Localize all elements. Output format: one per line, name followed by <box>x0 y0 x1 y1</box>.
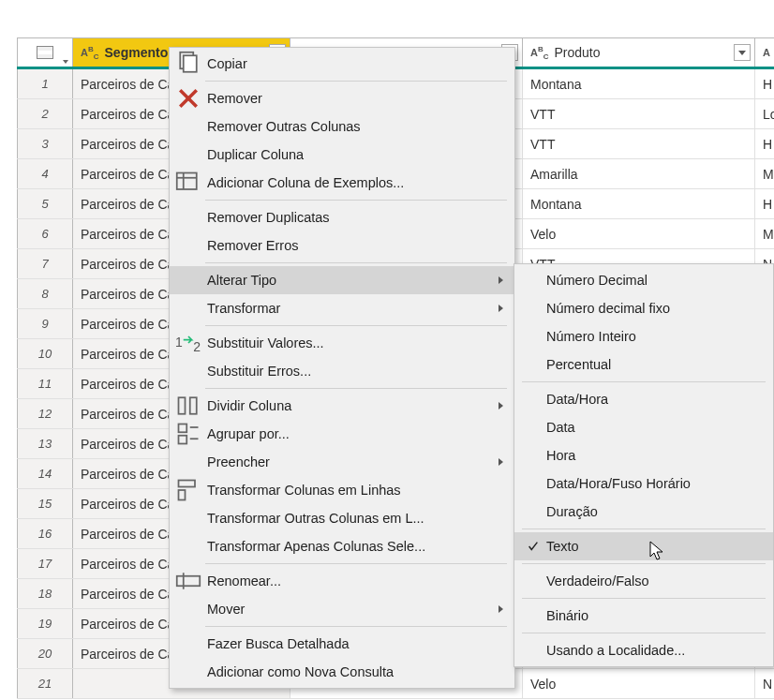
menu-split-column[interactable]: Dividir Coluna <box>170 392 514 420</box>
type-fixed-decimal[interactable]: Número decimal fixo <box>514 294 773 322</box>
row-number[interactable]: 16 <box>17 519 73 548</box>
replace-icon: 12 <box>175 330 201 356</box>
type-integer[interactable]: Número Inteiro <box>514 322 773 350</box>
type-datetime-tz[interactable]: Data/Hora/Fuso Horário <box>514 469 773 498</box>
row-number[interactable]: 6 <box>17 219 73 248</box>
cell-extra[interactable]: Lo <box>755 99 774 128</box>
submenu-arrow-icon <box>499 458 503 466</box>
menu-move[interactable]: Mover <box>170 595 514 623</box>
row-number[interactable]: 20 <box>17 639 73 668</box>
row-number[interactable]: 15 <box>17 489 73 518</box>
chevron-down-icon <box>63 60 68 64</box>
cell-produto[interactable]: VTT <box>523 99 755 128</box>
svg-rect-9 <box>179 397 186 414</box>
context-menu: Copiar Remover Remover Outras Colunas Du… <box>169 47 515 689</box>
menu-copy[interactable]: Copiar <box>170 50 514 78</box>
svg-rect-4 <box>177 173 197 190</box>
cell-extra[interactable]: N <box>755 669 774 698</box>
type-decimal[interactable]: Número Decimal <box>514 266 773 294</box>
row-number[interactable]: 10 <box>17 339 73 368</box>
cell-extra[interactable]: H <box>755 69 774 98</box>
menu-unpivot[interactable]: Transformar Colunas em Linhas <box>170 476 514 504</box>
menu-drill-down[interactable]: Fazer Busca Detalhada <box>170 630 514 658</box>
menu-replace-errors[interactable]: Substituir Erros... <box>170 357 514 385</box>
menu-group-by[interactable]: Agrupar por... <box>170 420 514 448</box>
svg-rect-16 <box>179 490 186 500</box>
type-binary[interactable]: Binário <box>514 602 773 630</box>
cell-extra[interactable]: M <box>755 219 774 248</box>
menu-remove-others[interactable]: Remover Outras Colunas <box>170 112 514 141</box>
group-icon <box>175 421 201 447</box>
row-number[interactable]: 2 <box>17 99 73 128</box>
row-number[interactable]: 18 <box>17 579 73 608</box>
cell-produto[interactable]: Montana <box>523 69 755 98</box>
row-number[interactable]: 14 <box>17 459 73 488</box>
cell-extra[interactable]: H <box>755 189 774 218</box>
svg-rect-12 <box>179 436 187 444</box>
column-label: Segmento <box>105 45 169 60</box>
menu-unpivot-selected[interactable]: Transformar Apenas Colunas Sele... <box>170 532 514 560</box>
svg-rect-10 <box>190 397 197 414</box>
row-number[interactable]: 11 <box>17 369 73 398</box>
cell-produto[interactable]: Velo <box>523 669 755 698</box>
type-text-icon: ABC <box>81 45 99 61</box>
svg-rect-17 <box>177 576 201 587</box>
submenu-arrow-icon <box>499 402 503 410</box>
delete-icon <box>175 85 201 112</box>
menu-duplicate[interactable]: Duplicar Coluna <box>170 141 514 169</box>
menu-add-as-query[interactable]: Adicionar como Nova Consulta <box>170 658 514 686</box>
menu-remove-duplicates[interactable]: Remover Duplicatas <box>170 203 514 231</box>
type-time[interactable]: Hora <box>514 441 773 469</box>
copy-icon <box>175 51 201 77</box>
menu-unpivot-others[interactable]: Transformar Outras Colunas em L... <box>170 504 514 532</box>
column-header-produto[interactable]: ABC Produto <box>523 38 755 67</box>
svg-rect-11 <box>179 424 187 433</box>
menu-add-from-examples[interactable]: Adicionar Coluna de Exemplos... <box>170 169 514 197</box>
submenu-arrow-icon <box>499 276 503 284</box>
type-using-locale[interactable]: Usando a Localidade... <box>514 636 773 664</box>
select-all-corner[interactable] <box>17 38 73 67</box>
cell-produto[interactable]: Montana <box>523 189 755 218</box>
svg-rect-15 <box>179 481 196 487</box>
column-label: Produto <box>555 45 601 60</box>
menu-rename[interactable]: Renomear... <box>170 567 514 595</box>
row-number[interactable]: 3 <box>17 129 73 158</box>
type-duration[interactable]: Duração <box>514 498 773 526</box>
row-number[interactable]: 9 <box>17 309 73 338</box>
cell-produto[interactable]: VTT <box>523 129 755 158</box>
type-text-icon: A <box>763 47 770 58</box>
menu-fill[interactable]: Preencher <box>170 448 514 476</box>
type-datetime[interactable]: Data/Hora <box>514 385 773 413</box>
svg-text:1: 1 <box>175 335 183 350</box>
type-percentage[interactable]: Percentual <box>514 350 773 379</box>
row-number[interactable]: 17 <box>17 549 73 578</box>
submenu-arrow-icon <box>499 305 503 312</box>
type-text[interactable]: Texto <box>514 532 773 560</box>
row-number[interactable]: 12 <box>17 399 73 428</box>
menu-change-type[interactable]: Alterar Tipo <box>170 266 514 294</box>
menu-remove[interactable]: Remover <box>170 84 514 112</box>
row-number[interactable]: 21 <box>17 669 73 698</box>
row-number[interactable]: 5 <box>17 189 73 218</box>
row-number[interactable]: 4 <box>17 159 73 188</box>
table-icon <box>37 46 53 59</box>
row-number[interactable]: 8 <box>17 279 73 308</box>
menu-remove-errors[interactable]: Remover Erros <box>170 231 514 260</box>
table-add-icon <box>175 170 201 196</box>
type-date[interactable]: Data <box>514 413 773 441</box>
split-icon <box>175 393 201 419</box>
filter-button[interactable] <box>734 44 751 61</box>
column-header-extra[interactable]: A <box>755 38 774 67</box>
menu-replace-values[interactable]: 12 Substituir Valores... <box>170 329 514 357</box>
cell-extra[interactable]: M <box>755 159 774 188</box>
type-boolean[interactable]: Verdadeiro/Falso <box>514 567 773 595</box>
type-text-icon: ABC <box>530 45 549 61</box>
menu-transform[interactable]: Transformar <box>170 294 514 322</box>
cell-extra[interactable]: H <box>755 129 774 158</box>
row-number[interactable]: 1 <box>17 69 73 98</box>
row-number[interactable]: 13 <box>17 429 73 458</box>
row-number[interactable]: 19 <box>17 609 73 638</box>
cell-produto[interactable]: Amarilla <box>523 159 755 188</box>
cell-produto[interactable]: Velo <box>523 219 755 248</box>
row-number[interactable]: 7 <box>17 249 73 278</box>
